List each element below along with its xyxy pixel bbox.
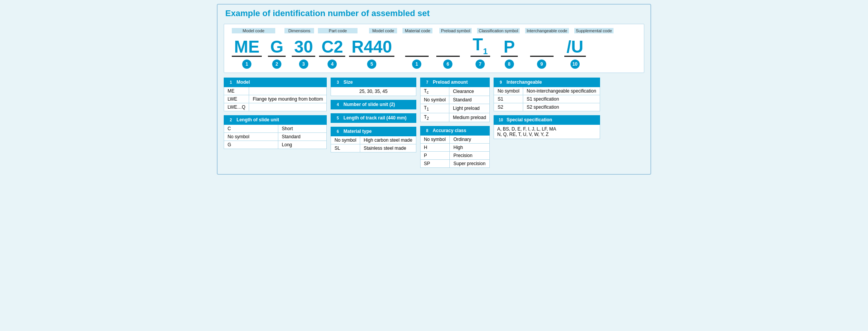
col2: 3 Size 25, 30, 35, 45 4 Number of slide … [331, 78, 416, 168]
tables-area: 1 Model ME LWE Flange type mounting from… [224, 78, 644, 168]
special-spec-header: 10 Special specification [494, 115, 600, 124]
slide-unit-header: 2 Length of slide unit [224, 115, 327, 124]
badge-10: 10 [570, 60, 580, 69]
sym-t1: T1 7 [471, 36, 490, 69]
badge-7: 7 [476, 60, 485, 69]
preload-row-t1-sym: T1 [420, 104, 449, 113]
label-model-code-2: Model code [369, 28, 397, 33]
preload-row-t1-val: Light preload [449, 104, 490, 113]
char-blank9: __ [530, 38, 554, 57]
label-supplemental-code: Supplemental code [574, 28, 614, 33]
accuracy-row-p-sym: P [420, 152, 450, 160]
label-part-code: Part code [318, 28, 358, 33]
badge-3: 3 [299, 60, 308, 69]
accuracy-row-h-val: High [450, 144, 490, 152]
circle-3: 3 [334, 79, 341, 86]
interch-row-s1-val: S1 specification [523, 95, 600, 103]
col1: 1 Model ME LWE Flange type mounting from… [224, 78, 327, 168]
accuracy-row-h-sym: H [420, 144, 450, 152]
model-header: 1 Model [224, 78, 327, 87]
char-30: 30 [292, 38, 315, 57]
slide-row-g-val: Long [278, 141, 327, 149]
material-row-nosym-val: High carbon steel made [360, 136, 416, 144]
preload-row-nosym-val: Standard [449, 96, 490, 104]
sym-blank9: __ 9 [530, 38, 554, 69]
char-t1: T1 [471, 36, 490, 57]
preload-row-nosym-sym: No symbol [420, 96, 449, 104]
page-title: Example of identification number of asse… [224, 8, 644, 18]
slide-unit-table: 2 Length of slide unit C Short No symbol… [224, 115, 327, 149]
circle-1: 1 [228, 79, 234, 86]
label-preload-symbol: Preload symbol [439, 28, 472, 33]
accuracy-row-sp-sym: SP [420, 160, 450, 168]
interch-row-nosym-val: Non-interchangeable specification [523, 87, 600, 95]
circle-6: 6 [334, 128, 341, 135]
model-row-lwe-val: Flange type mounting from bottom [249, 95, 327, 103]
preload-header: 7 Preload amount [420, 78, 490, 87]
char-r440: R440 [349, 38, 394, 57]
interchangeable-table: 9 Interchangeable No symbol Non-intercha… [494, 78, 600, 111]
code-display-area: Model code Dimensions Part code Model co… [224, 24, 644, 73]
special-spec-value: A, BS, D, E, F, I, J, L, LF, MA N, Q, RE… [494, 124, 600, 139]
sym-p: P 8 [501, 38, 518, 69]
model-row-me-sym: ME [224, 87, 249, 95]
slide-row-c-sym: C [224, 124, 278, 132]
interch-row-s1-sym: S1 [494, 95, 523, 103]
symbol-badge-row: ME 1 G 2 30 3 C2 4 R440 [230, 36, 638, 69]
sym-c2: C2 4 [319, 38, 345, 69]
interch-row-s2-sym: S2 [494, 103, 523, 111]
interchangeable-header: 9 Interchangeable [494, 78, 600, 87]
model-row-lwe-sym: LWE [224, 95, 249, 103]
size-header: 3 Size [331, 78, 416, 87]
circle-10: 10 [497, 117, 504, 123]
sym-30: 30 3 [292, 38, 315, 69]
sym-blank6: __ 6 [436, 38, 460, 69]
badge-1a: 1 [242, 60, 251, 69]
size-value: 25, 30, 35, 45 [331, 87, 416, 96]
badge-8: 8 [505, 60, 514, 69]
label-classification-symbol: Classification symbol [477, 28, 520, 33]
material-row-sl-val: Stainless steel made [360, 144, 416, 152]
char-p: P [501, 38, 518, 57]
model-table: 1 Model ME LWE Flange type mounting from… [224, 78, 327, 111]
accuracy-row-sp-val: Super precision [450, 160, 490, 168]
material-header: 6 Material type [331, 127, 416, 136]
slide-row-nosym-val: Standard [278, 132, 327, 141]
accuracy-row-nosym-val: Ordinary [450, 136, 490, 144]
preload-row-tc-val: Clearance [449, 87, 490, 96]
material-row-nosym-sym: No symbol [331, 136, 360, 144]
slide-num-table: 4 Number of slide unit (2) [331, 100, 416, 109]
label-dimensions: Dimensions [284, 28, 314, 33]
slide-num-header: 4 Number of slide unit (2) [331, 100, 416, 109]
badge-9: 9 [537, 60, 546, 69]
circle-4: 4 [334, 101, 341, 108]
preload-row-t2-sym: T2 [420, 113, 449, 122]
circle-2: 2 [228, 117, 234, 123]
sym-r440: R440 5 [349, 38, 394, 69]
slide-row-g-sym: G [224, 141, 278, 149]
track-rail-table: 5 Length of track rail (440 mm) [331, 113, 416, 123]
material-table: 6 Material type No symbol High carbon st… [331, 127, 416, 152]
slide-row-nosym-sym: No symbol [224, 132, 278, 141]
char-blank1: __ [405, 38, 429, 57]
circle-5: 5 [334, 115, 341, 121]
label-model-code-1: Model code [232, 28, 275, 33]
special-spec-table: 10 Special specification A, BS, D, E, F,… [494, 115, 600, 139]
badge-5: 5 [367, 60, 376, 69]
sym-blank1: __ 1 [405, 38, 429, 69]
model-row-lweq-sym: LWE…Q [224, 103, 249, 111]
accuracy-row-nosym-sym: No symbol [420, 136, 450, 144]
interch-row-nosym-sym: No symbol [494, 87, 523, 95]
model-row-lweq-val [249, 103, 327, 111]
circle-8: 8 [424, 127, 431, 134]
char-u: /U [564, 38, 586, 57]
material-row-sl-sym: SL [331, 144, 360, 152]
interch-row-s2-val: S2 specification [523, 103, 600, 111]
badge-6: 6 [443, 60, 452, 69]
char-c2: C2 [319, 38, 345, 57]
char-g: G [268, 38, 286, 57]
track-rail-header: 5 Length of track rail (440 mm) [331, 113, 416, 122]
badge-2: 2 [272, 60, 281, 69]
accuracy-row-p-val: Precision [450, 152, 490, 160]
badge-4: 4 [328, 60, 337, 69]
